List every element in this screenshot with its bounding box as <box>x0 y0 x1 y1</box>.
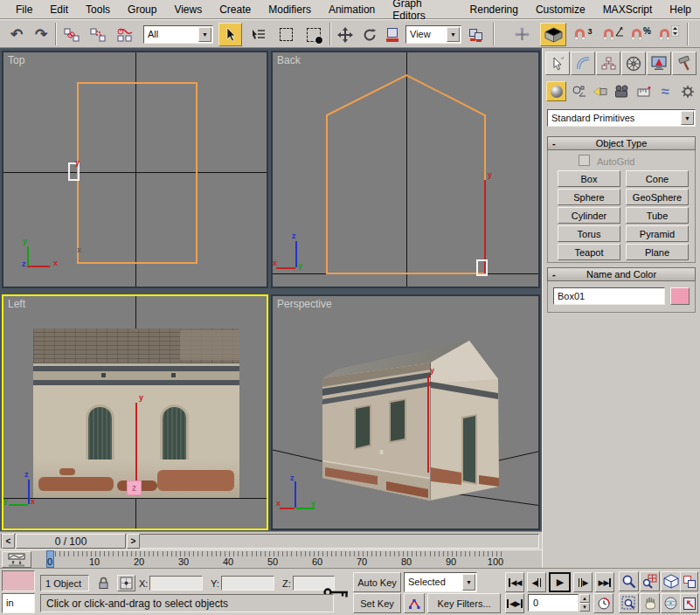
viewport-label[interactable]: Top <box>8 54 24 66</box>
teapot-button[interactable]: Teapot <box>558 244 620 260</box>
region-zoom-button[interactable] <box>619 593 639 613</box>
selection-lock-toggle[interactable] <box>94 575 112 591</box>
spinner-down-button[interactable]: ▼ <box>579 603 590 612</box>
menu-tools[interactable]: Tools <box>77 2 119 17</box>
viewport-top[interactable]: y x y z x Top <box>2 51 268 288</box>
undo-button[interactable]: ↶ <box>5 23 28 46</box>
selection-filter-dropdown[interactable]: All ▼ <box>143 25 213 44</box>
zoom-extents-all-button[interactable] <box>680 571 698 591</box>
subtab-shapes[interactable] <box>568 81 588 101</box>
time-slider-thumb[interactable]: 0 / 100 <box>16 534 126 549</box>
current-frame-field[interactable]: 0 <box>528 594 579 612</box>
key-filters-button[interactable]: Key Filters... <box>427 593 501 613</box>
unlink-button[interactable] <box>86 23 110 46</box>
set-key-button[interactable]: Set Key <box>353 593 401 613</box>
subtab-geometry[interactable] <box>546 81 566 101</box>
maxscript-mini-listener[interactable]: in <box>2 593 35 613</box>
select-by-name-button[interactable] <box>246 23 270 46</box>
go-to-end-button[interactable]: ▶▶ <box>595 572 614 592</box>
tube-button[interactable]: Tube <box>626 207 689 224</box>
use-pivot-point-center-button[interactable] <box>465 23 488 46</box>
cylinder-button[interactable]: Cylinder <box>558 207 620 224</box>
viewport-label[interactable]: Back <box>277 54 301 66</box>
sphere-button[interactable]: Sphere <box>558 189 620 205</box>
viewport-left-active[interactable]: y z z y x Left <box>2 294 268 530</box>
select-and-move-button[interactable] <box>334 23 357 46</box>
time-configuration-button[interactable] <box>593 593 613 613</box>
menu-file[interactable]: File <box>7 2 41 17</box>
auto-key-button[interactable]: Auto Key <box>353 572 401 592</box>
viewport-back[interactable]: y z x y Back <box>271 51 540 288</box>
menu-rendering[interactable]: Rendering <box>461 2 527 17</box>
tab-modify[interactable] <box>571 52 595 75</box>
y-coordinate-field[interactable] <box>221 576 274 591</box>
pan-button[interactable] <box>640 593 660 613</box>
default-tangent-button[interactable] <box>404 593 425 613</box>
next-frame-arrow-button[interactable]: > <box>127 534 140 549</box>
chevron-down-icon[interactable]: ▼ <box>447 27 460 42</box>
subtab-space-warps[interactable]: ≈ <box>655 81 676 101</box>
menu-maxscript[interactable]: MAXScript <box>594 2 662 17</box>
previous-frame-arrow-button[interactable]: < <box>2 534 15 549</box>
viewport-label[interactable]: Perspective <box>277 298 332 310</box>
go-to-start-button[interactable]: ◀◀ <box>505 572 524 592</box>
menu-group[interactable]: Group <box>119 2 165 17</box>
chevron-down-icon[interactable]: ▼ <box>462 574 475 591</box>
absolute-mode-toggle[interactable] <box>117 575 135 591</box>
arc-rotate-button[interactable] <box>661 593 681 613</box>
spinner-up-button[interactable]: ▲ <box>579 594 590 603</box>
redo-button[interactable]: ↷ <box>30 23 52 46</box>
play-button[interactable]: ▶ <box>549 572 571 592</box>
menu-customize[interactable]: Customize <box>527 2 594 17</box>
chevron-down-icon[interactable]: ▼ <box>681 111 694 125</box>
zoom-extents-button[interactable] <box>661 571 681 591</box>
select-and-manipulate-button[interactable] <box>510 23 533 46</box>
window-crossing-button[interactable] <box>301 23 326 46</box>
primitive-category-dropdown[interactable]: Standard Primitives ▼ <box>547 109 696 127</box>
viewport-perspective[interactable]: y x z x y Perspective <box>271 294 540 530</box>
percent-snap-button[interactable]: % <box>627 23 654 46</box>
open-mini-curve-editor-button[interactable] <box>2 551 31 568</box>
macro-recorder-field[interactable] <box>2 570 35 591</box>
cone-button[interactable]: Cone <box>626 170 689 187</box>
menu-animation[interactable]: Animation <box>320 2 384 17</box>
previous-frame-button[interactable]: ◀ <box>527 572 546 592</box>
subtab-systems[interactable] <box>677 81 697 101</box>
object-name-field[interactable]: Box01 <box>553 287 665 305</box>
tab-hierarchy[interactable] <box>596 52 620 75</box>
tab-create[interactable] <box>545 52 570 75</box>
subtab-lights[interactable] <box>590 81 610 101</box>
select-and-rotate-button[interactable] <box>358 23 381 46</box>
next-frame-button[interactable]: ▶ <box>573 572 593 592</box>
min-max-toggle-button[interactable] <box>680 593 698 613</box>
menu-help[interactable]: Help <box>661 2 700 17</box>
key-filter-scope-dropdown[interactable]: Selected ▼ <box>404 572 477 592</box>
tab-display[interactable] <box>647 52 671 75</box>
tab-utilities[interactable] <box>672 52 697 75</box>
plane-button[interactable]: Plane <box>626 244 689 260</box>
zoom-button[interactable] <box>619 571 639 591</box>
reference-coordinate-system-dropdown[interactable]: View ▼ <box>405 25 461 44</box>
torus-button[interactable]: Torus <box>558 225 620 242</box>
track-bar-ruler[interactable]: 0 10 20 30 40 50 60 70 80 90 100 <box>39 550 539 569</box>
spinner-snap-button[interactable] <box>655 23 682 46</box>
select-and-link-button[interactable] <box>59 23 84 46</box>
select-object-button[interactable] <box>218 23 242 46</box>
name-color-rollout-header[interactable]: - Name and Color <box>547 267 696 281</box>
subtab-helpers[interactable] <box>634 81 654 101</box>
key-mode-toggle[interactable]: ◀▶ <box>505 593 524 613</box>
autogrid-checkbox[interactable] <box>579 155 590 166</box>
rectangular-selection-region-button[interactable] <box>274 23 298 46</box>
snap-3d-button[interactable]: 3 <box>570 23 596 46</box>
angle-snap-button[interactable] <box>600 23 626 46</box>
menu-create[interactable]: Create <box>211 2 260 17</box>
viewport-label[interactable]: Left <box>8 298 25 310</box>
object-type-rollout-header[interactable]: - Object Type <box>547 136 696 150</box>
menu-views[interactable]: Views <box>165 2 211 17</box>
snaps-toggle-button[interactable] <box>540 23 566 46</box>
frame-spinner[interactable]: ▲ ▼ <box>579 594 590 612</box>
chevron-down-icon[interactable]: ▼ <box>198 27 211 42</box>
tab-motion[interactable] <box>621 52 646 75</box>
menu-modifiers[interactable]: Modifiers <box>260 2 320 17</box>
zoom-all-button[interactable] <box>640 571 660 591</box>
